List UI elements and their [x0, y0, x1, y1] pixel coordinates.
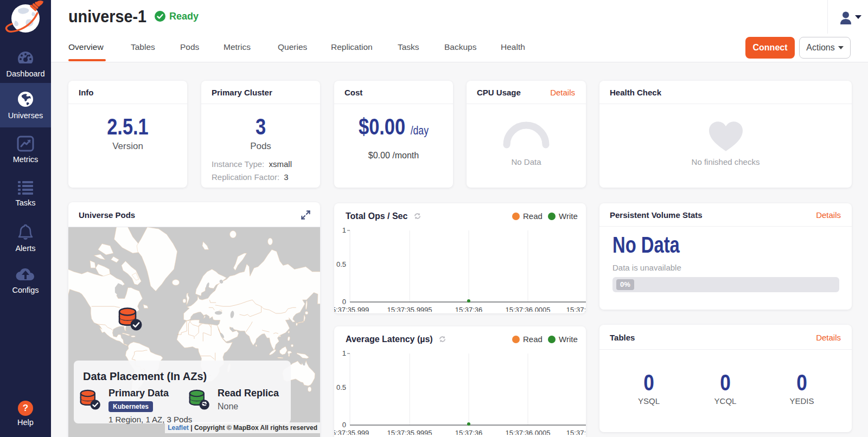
- svg-text:0: 0: [342, 298, 346, 306]
- svg-text:15:37:36.0005: 15:37:36.0005: [505, 429, 550, 435]
- svg-text:15:37:: 15:37:: [566, 306, 586, 312]
- svg-text:15:37:36: 15:37:36: [455, 306, 483, 312]
- svg-text:15:37:35.9995: 15:37:35.9995: [387, 429, 432, 435]
- svg-text:15:37:36: 15:37:36: [455, 429, 483, 435]
- svg-text:5:37:35.999: 5:37:35.999: [334, 306, 369, 312]
- svg-text:1: 1: [342, 226, 346, 234]
- svg-text:0.5: 0.5: [336, 260, 346, 268]
- svg-text:1: 1: [342, 349, 346, 357]
- svg-text:15:37:35.9995: 15:37:35.9995: [387, 306, 432, 312]
- svg-text:0: 0: [342, 421, 346, 429]
- svg-text:0.5: 0.5: [336, 383, 346, 391]
- svg-text:15:37:: 15:37:: [566, 429, 586, 435]
- svg-text:15:37:36.0005: 15:37:36.0005: [505, 306, 550, 312]
- svg-text:5:37:35.999: 5:37:35.999: [334, 429, 369, 435]
